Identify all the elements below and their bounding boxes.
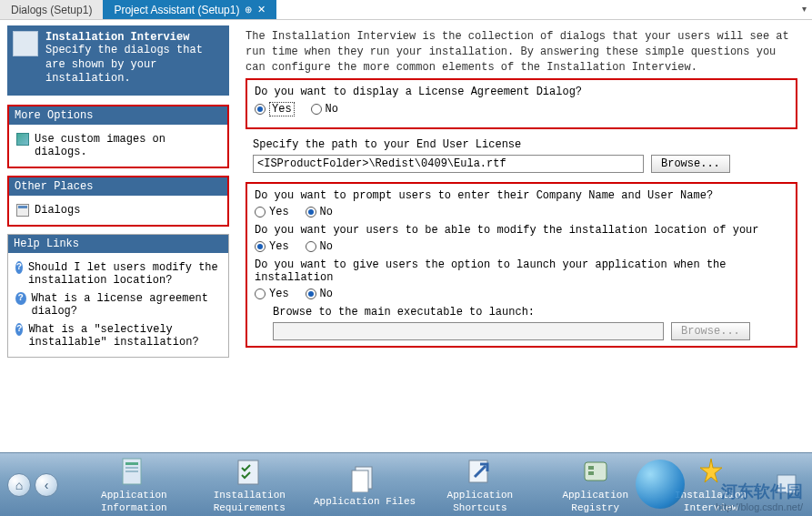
nav-app-shortcuts[interactable]: Application Shortcuts <box>422 455 537 513</box>
dialog-icon <box>16 204 29 217</box>
browse-eula-button[interactable]: Browse... <box>651 155 730 173</box>
more-options-item-label: Use custom images on dialogs. <box>35 133 220 158</box>
page-title: Installation Interview <box>45 31 224 44</box>
install-req-icon <box>233 455 266 488</box>
nav-install-req[interactable]: Installation Requirements <box>192 455 307 513</box>
q4-no-label: No <box>320 288 333 300</box>
q4-yes[interactable]: Yes <box>255 288 289 300</box>
tab-bar: Dialogs (Setup1) Project Assistant (Setu… <box>0 0 812 20</box>
help-link-3[interactable]: ? What is a "selectively installable" in… <box>14 320 223 351</box>
intro-text: The Installation Interview is the collec… <box>246 29 797 75</box>
pin-icon[interactable]: ⊕ <box>245 5 252 15</box>
svg-rect-1 <box>125 462 138 465</box>
bottom-nav: ⌂ ‹ Application Information Installation… <box>0 452 812 516</box>
left-column: Installation Interview Specify the dialo… <box>0 20 236 452</box>
questions-group: Do you want to prompt users to enter the… <box>246 182 797 348</box>
eula-path-input[interactable] <box>253 155 644 173</box>
radio-icon <box>311 104 322 115</box>
tab-menu-icon[interactable]: ▾ <box>802 4 807 14</box>
nav-label: Application Shortcuts <box>447 490 514 512</box>
nav-label: Installation Interview <box>675 490 747 512</box>
nav-label: Application Information <box>101 490 167 512</box>
q1-text: Do you want to display a License Agreeme… <box>255 86 788 98</box>
other-places-dialogs[interactable]: Dialogs <box>15 201 222 219</box>
tab-dialogs[interactable]: Dialogs (Setup1) <box>0 0 103 19</box>
install-interview-icon <box>695 455 727 488</box>
help-icon: ? <box>15 292 26 305</box>
more-options-panel: More Options Use custom images on dialog… <box>7 105 229 168</box>
radio-icon <box>306 207 316 218</box>
svg-rect-8 <box>585 462 606 481</box>
help-link-label: Should I let users modify the installati… <box>28 261 221 287</box>
image-icon <box>16 133 29 146</box>
tab-project-assistant-label: Project Assistant (Setup1) <box>114 4 239 16</box>
help-link-label: What is a license agreement dialog? <box>32 292 221 318</box>
help-link-label: What is a "selectively installable" inst… <box>28 323 221 349</box>
radio-icon <box>255 288 266 299</box>
app-files-icon <box>348 461 381 494</box>
close-icon[interactable]: ✕ <box>257 4 266 15</box>
svg-rect-3 <box>125 470 138 472</box>
nav-label: Installation Requirements <box>214 490 286 512</box>
q2-no-label: No <box>320 206 333 218</box>
q3-no-label: No <box>320 240 333 253</box>
radio-icon <box>306 241 316 252</box>
other-places-panel: Other Places Dialogs <box>7 176 229 227</box>
nav-app-info[interactable]: Application Information <box>76 455 192 513</box>
svg-rect-11 <box>777 475 796 493</box>
radio-icon <box>255 207 266 218</box>
help-link-1[interactable]: ? Should I let users modify the installa… <box>14 258 223 289</box>
svg-rect-6 <box>352 470 368 492</box>
q3-text: Do you want your users to be able to mod… <box>255 224 788 237</box>
q3-yes-label: Yes <box>269 240 289 253</box>
q2-yes[interactable]: Yes <box>255 206 289 218</box>
radio-icon <box>306 288 316 299</box>
svg-rect-4 <box>238 460 258 484</box>
more-options-custom-images[interactable]: Use custom images on dialogs. <box>15 130 222 161</box>
q1-no[interactable]: No <box>311 103 338 116</box>
specify-path-label: Specify the path to your End User Licens… <box>253 138 790 151</box>
page-header: Installation Interview Specify the dialo… <box>7 25 229 96</box>
other-places-header: Other Places <box>9 177 227 196</box>
content-pane: The Installation Interview is the collec… <box>236 20 812 452</box>
nav-install-interview[interactable]: Installation Interview <box>653 455 768 513</box>
q1-yes[interactable]: Yes <box>255 102 295 116</box>
q2-no[interactable]: No <box>306 206 333 218</box>
exe-path-input <box>273 322 664 340</box>
home-button[interactable]: ⌂ <box>7 473 31 497</box>
svg-rect-10 <box>588 471 594 475</box>
svg-rect-9 <box>588 466 594 470</box>
other-places-item-label: Dialogs <box>35 204 80 217</box>
app-shortcuts-icon <box>464 455 496 488</box>
q1-no-label: No <box>326 103 338 116</box>
q3-no[interactable]: No <box>306 240 333 253</box>
tab-dialogs-label: Dialogs (Setup1) <box>11 4 92 16</box>
nav-label: Application Files <box>314 496 416 507</box>
q4-text: Do you want to give users the option to … <box>255 258 788 284</box>
q4-no[interactable]: No <box>306 288 333 300</box>
forward-icon <box>770 468 803 501</box>
license-agreement-group: Do you want to display a License Agreeme… <box>246 78 797 129</box>
page-subtitle: Specify the dialogs that are shown by yo… <box>45 44 224 86</box>
help-links-header: Help Links <box>8 235 228 253</box>
nav-app-files[interactable]: Application Files <box>307 461 423 508</box>
nav-forward[interactable] <box>768 468 805 502</box>
svg-rect-2 <box>125 467 138 469</box>
q2-text: Do you want to prompt users to enter the… <box>255 189 788 202</box>
more-options-header: More Options <box>9 106 227 125</box>
q2-yes-label: Yes <box>269 206 289 218</box>
help-icon: ? <box>15 261 23 274</box>
nav-app-registry[interactable]: Application Registry <box>537 455 653 513</box>
app-info-icon <box>117 455 150 488</box>
back-button[interactable]: ‹ <box>35 473 58 497</box>
q4-yes-label: Yes <box>269 288 289 300</box>
interview-icon <box>13 31 38 56</box>
main-area: Installation Interview Specify the dialo… <box>0 20 812 452</box>
help-link-2[interactable]: ? What is a license agreement dialog? <box>14 289 223 320</box>
tab-project-assistant[interactable]: Project Assistant (Setup1) ⊕ ✕ <box>103 0 276 19</box>
q3-yes[interactable]: Yes <box>255 240 289 253</box>
radio-icon <box>255 104 266 115</box>
help-links-panel: Help Links ? Should I let users modify t… <box>7 234 229 358</box>
help-icon: ? <box>15 323 23 336</box>
q1-yes-label: Yes <box>269 102 295 116</box>
